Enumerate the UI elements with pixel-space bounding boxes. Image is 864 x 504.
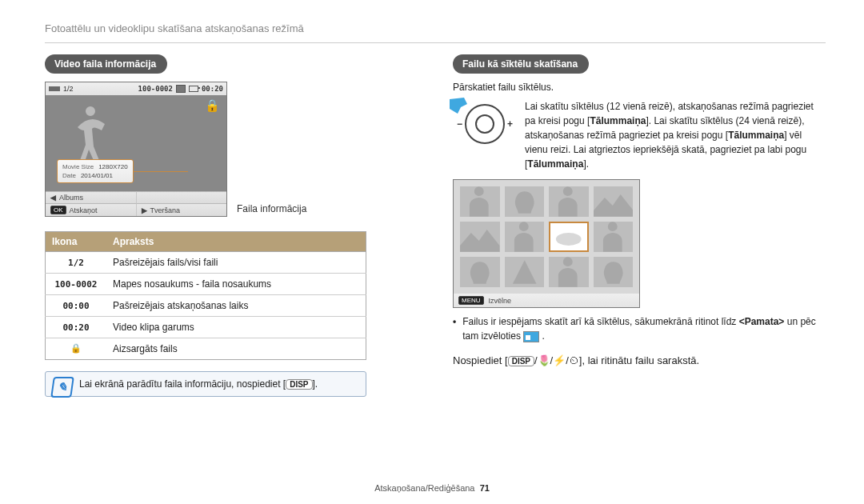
- disp-button-icon: DISP: [286, 379, 312, 390]
- divider: [45, 42, 826, 43]
- battery-icon: [189, 86, 198, 92]
- zoom-dial-illustration: − +: [453, 99, 517, 171]
- camera-file-counter: 1/2: [63, 85, 74, 93]
- camera-status-bar: 1/2 100-0002 00:20: [46, 82, 226, 95]
- camera-duration: 00:20: [202, 85, 223, 93]
- desc-cell: Pašreizējais fails/visi faili: [106, 252, 366, 274]
- camera-softkey-bar: ◀Albums: [46, 191, 226, 203]
- lock-icon: 🔒: [46, 338, 107, 360]
- file-info-popup: Movie Size1280X720 Date2014/01/01: [57, 159, 134, 183]
- thumbnails-bullet-note: • Failus ir iespējams skatīt arī kā sīkt…: [453, 314, 821, 343]
- ok-key-icon: OK: [50, 206, 66, 214]
- thumbnails-subtext: Pārskatiet failu sīktēlus.: [453, 82, 821, 93]
- section-heading-video-file-info: Video faila informācija: [45, 54, 167, 74]
- scroll-instruction: Nospiediet [DISP/🌷/⚡/⏲], lai ritinātu fa…: [453, 354, 821, 366]
- thumbnail-chip-icon: [523, 331, 539, 342]
- breadcrumb: Fotoattēlu un videoklipu skatīšana atska…: [45, 22, 826, 34]
- desc-cell: Video klipa garums: [106, 317, 366, 338]
- desc-cell: Mapes nosaukums - faila nosaukums: [106, 274, 366, 295]
- note-icon: ✎: [50, 377, 74, 398]
- table-header-desc: Apraksts: [106, 232, 366, 252]
- icon-cell: 1/2: [46, 252, 107, 274]
- icon-description-table: Ikona Apraksts 1/2Pašreizējais fails/vis…: [45, 231, 366, 360]
- desc-cell: Aizsargāts fails: [106, 338, 366, 360]
- icon-cell: 100-0002: [46, 274, 107, 295]
- selected-thumbnail: [549, 222, 589, 252]
- video-icon: [176, 85, 186, 93]
- lock-icon: 🔒: [205, 100, 220, 111]
- camera-preview-mock: 1/2 100-0002 00:20 🔒: [45, 82, 227, 217]
- minus-icon: −: [457, 118, 462, 130]
- thumbnail-grid-mock: MENU Izvēlne: [453, 179, 640, 308]
- disp-button-icon: DISP: [508, 356, 534, 366]
- info-note: ✎ Lai ekrānā parādītu faila informāciju,…: [45, 371, 366, 397]
- section-heading-thumbnails: Failu kā sīktēlu skatīšana: [453, 54, 589, 74]
- table-header-icon: Ikona: [46, 232, 107, 252]
- desc-cell: Pašreizējais atskaņošanas laiks: [106, 295, 366, 317]
- zoom-instruction-text: Lai skatītu sīktēlus (12 vienā reizē), a…: [525, 99, 821, 171]
- svg-point-0: [556, 233, 582, 246]
- page-footer: Atskaņošana/Rediģēšana 71: [0, 483, 864, 493]
- camera-softkey-bar-2: OKAtskaņot ▶Tveršana: [46, 203, 226, 216]
- dancer-silhouette-icon: [70, 103, 113, 167]
- icon-cell: 00:00: [46, 295, 107, 317]
- menu-key-icon: MENU: [458, 296, 484, 305]
- icon-cell: 00:20: [46, 317, 107, 338]
- menu-softkey-label: Izvēlne: [489, 297, 512, 305]
- camera-folder-file: 100-0002: [138, 85, 173, 93]
- file-info-callout-label: Faila informācija: [237, 203, 306, 214]
- plus-icon: +: [507, 118, 513, 130]
